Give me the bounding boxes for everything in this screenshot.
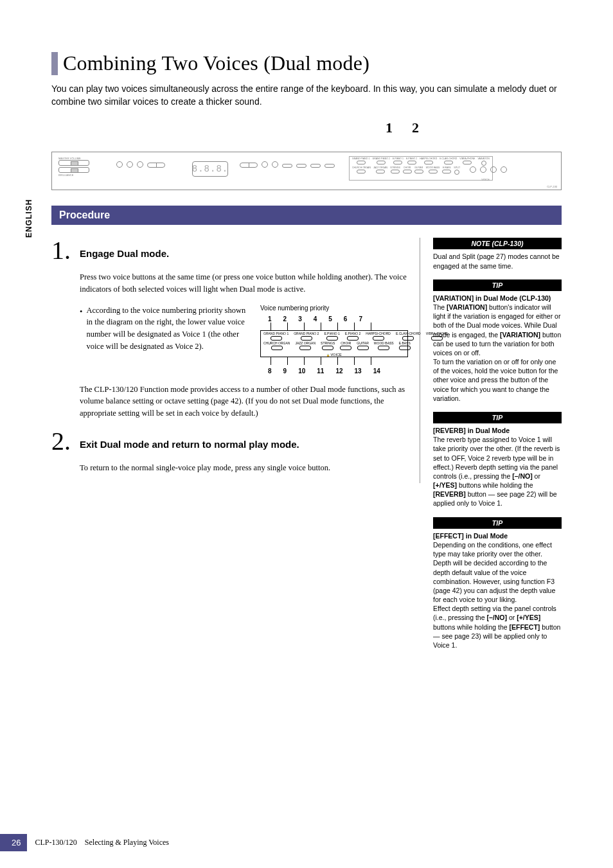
page-number: 26 xyxy=(0,834,27,851)
procedure-heading: Procedure xyxy=(51,206,562,225)
step-2-title: Exit Dual mode and return to normal play… xyxy=(80,439,299,450)
bullet-dot: • xyxy=(80,306,82,375)
step-1-p2: The CLP-130/120 Function mode provides a… xyxy=(80,384,408,420)
step-1-p1: Press two voice buttons at the same time… xyxy=(80,271,408,296)
tip1-heading: TIP xyxy=(433,279,562,291)
step-2-p1: To return to the normal single-voice pla… xyxy=(80,462,408,474)
callout-2: 2 xyxy=(412,120,419,136)
tip1-body1: The [VARIATION] button's indicator will … xyxy=(433,303,562,357)
sidebar-column: NOTE (CLP-130) Dual and Split (page 27) … xyxy=(433,238,562,659)
tip3-heading: TIP xyxy=(433,517,562,529)
footer-model: CLP-130/120 xyxy=(35,838,76,847)
note-box: NOTE (CLP-130) Dual and Split (page 27) … xyxy=(433,238,562,270)
tip1-body2: To turn the variation on or off for only… xyxy=(433,357,562,403)
instrument-panel-diagram: MASTER VOLUME BRILLIANCE 8.8.8. GR xyxy=(51,152,562,190)
callout-1: 1 xyxy=(386,120,393,136)
tip-variation: TIP [VARIATION] in Dual Mode (CLP-130) T… xyxy=(433,279,562,403)
note-heading: NOTE (CLP-130) xyxy=(433,238,562,249)
tip-reverb: TIP [REVERB] in Dual Mode The reverb typ… xyxy=(433,412,562,508)
page-title: Combining Two Voices (Dual mode) xyxy=(63,51,369,75)
intro-paragraph: You can play two voices simultaneously a… xyxy=(51,83,562,108)
tip3-body1: Depending on the conditions, one effect … xyxy=(433,540,562,604)
panel-display: 8.8.8. xyxy=(192,161,228,177)
priority-title: Voice numbering priority xyxy=(260,305,408,312)
tip3-title: [EFFECT] in Dual Mode xyxy=(433,532,508,540)
step-2-num: 2. xyxy=(51,429,73,454)
step-2-header: 2. Exit Dual mode and return to normal p… xyxy=(51,429,408,454)
tip1-title: [VARIATION] in Dual Mode (CLP-130) xyxy=(433,294,551,302)
tip2-title: [REVERB] in Dual Mode xyxy=(433,427,510,434)
tip2-heading: TIP xyxy=(433,412,562,423)
main-column: 1. Engage Dual mode. Press two voice but… xyxy=(51,238,420,483)
language-tab: ENGLISH xyxy=(24,199,33,238)
step-1-header: 1. Engage Dual mode. xyxy=(51,238,408,263)
tip-effect: TIP [EFFECT] in Dual Mode Depending on t… xyxy=(433,517,562,650)
footer-section: Selecting & Playing Voices xyxy=(85,838,169,847)
panel-area: 1 2 MASTER VOLUME BRILLIANCE 8.8.8. xyxy=(51,120,562,190)
step-1-bullet: According to the voice numbering priorit… xyxy=(86,305,247,375)
step-1-num: 1. xyxy=(51,238,73,263)
panel-callout-numbers: 1 2 xyxy=(386,120,562,136)
voice-priority-diagram: Voice numbering priority 1 2 3 4 5 6 7 xyxy=(260,305,408,375)
tip2-body: The reverb type assigned to Voice 1 will… xyxy=(433,435,562,508)
page-footer: 26 CLP-130/120 Selecting & Playing Voice… xyxy=(0,834,613,851)
step-1-title: Engage Dual mode. xyxy=(80,248,169,259)
title-accent-bar xyxy=(51,52,58,75)
tip3-body2: Effect depth setting via the panel contr… xyxy=(433,604,562,650)
page-title-row: Combining Two Voices (Dual mode) xyxy=(51,51,562,75)
callout-lines xyxy=(51,139,562,152)
model-label: CLP-130 xyxy=(547,185,557,188)
note-body: Dual and Split (page 27) modes cannot be… xyxy=(433,252,562,270)
